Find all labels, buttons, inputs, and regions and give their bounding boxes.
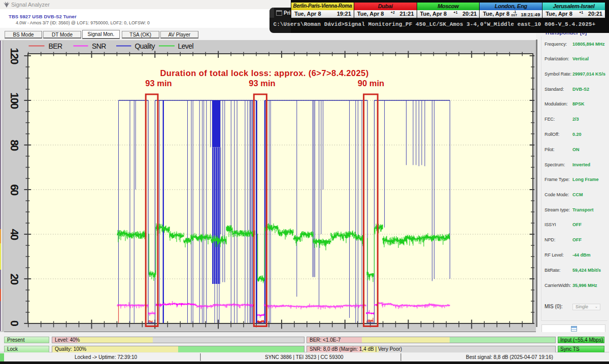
svg-text:93 min: 93 min [249,79,275,88]
svg-text:0: 0 [8,320,21,326]
svg-text:100: 100 [8,92,21,109]
svg-text:Quality: Quality [135,42,155,50]
svg-text:90 min: 90 min [358,79,384,88]
svg-text:Level: Level [178,42,194,50]
svg-text:120: 120 [8,48,21,64]
svg-text:60: 60 [8,185,21,196]
svg-text:SNR: SNR [92,42,106,50]
svg-text:93 min: 93 min [145,79,172,88]
svg-text:BER: BER [49,42,62,50]
svg-text:80: 80 [8,140,21,151]
svg-text:20: 20 [8,274,21,285]
svg-text:Duration of total lock loss: a: Duration of total lock loss: approx. (6>… [160,68,368,78]
svg-text:40: 40 [8,229,21,240]
